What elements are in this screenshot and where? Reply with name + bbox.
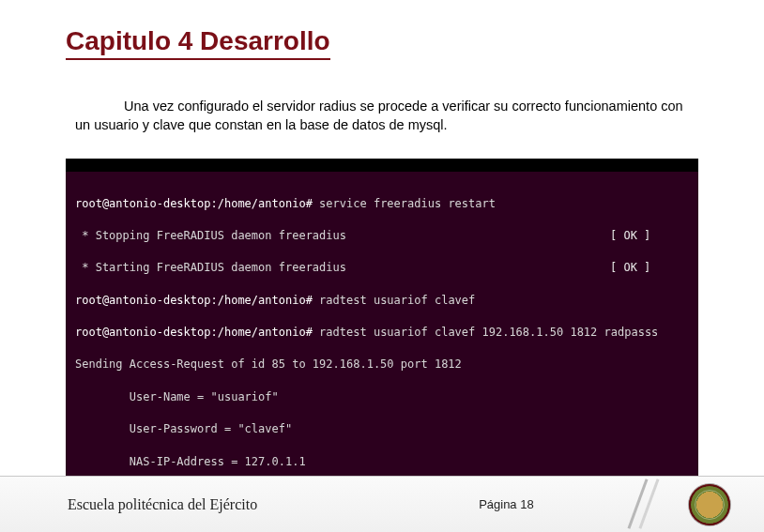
terminal-prompt: root@antonio-desktop:/home/antonio#: [75, 197, 313, 210]
status-ok: [ OK ]: [610, 228, 650, 244]
footer-decoration: [616, 483, 681, 526]
terminal-line: NAS-IP-Address = 127.0.1.1: [75, 455, 306, 468]
school-seal-icon: [689, 484, 730, 525]
terminal-line: Sending Access-Request of id 85 to 192.1…: [75, 357, 462, 371]
terminal-line: * Stopping FreeRADIUS daemon freeradius: [75, 229, 346, 242]
terminal-line: * Starting FreeRADIUS daemon freeradius: [75, 261, 346, 274]
page-footer: Escuela politécnica del Ejército Página …: [0, 476, 764, 532]
terminal-command: radtest usuariof clavef: [319, 294, 475, 307]
terminal-command: service freeradius restart: [319, 197, 496, 210]
chapter-title: Capitulo 4 Desarrollo: [66, 26, 330, 60]
intro-paragraph: Una vez configurado el servidor radius s…: [75, 98, 689, 134]
page-number: Página 18: [479, 497, 534, 511]
status-ok: [ OK ]: [610, 260, 650, 276]
terminal-prompt: root@antonio-desktop:/home/antonio#: [75, 294, 313, 307]
terminal-line: User-Password = "clavef": [75, 422, 292, 435]
terminal-prompt: root@antonio-desktop:/home/antonio#: [75, 326, 313, 339]
terminal-titlebar: [66, 159, 698, 172]
terminal-line: User-Name = "usuariof": [75, 390, 279, 403]
school-name: Escuela politécnica del Ejército: [68, 496, 257, 513]
terminal-command: radtest usuariof clavef 192.168.1.50 181…: [319, 326, 658, 339]
